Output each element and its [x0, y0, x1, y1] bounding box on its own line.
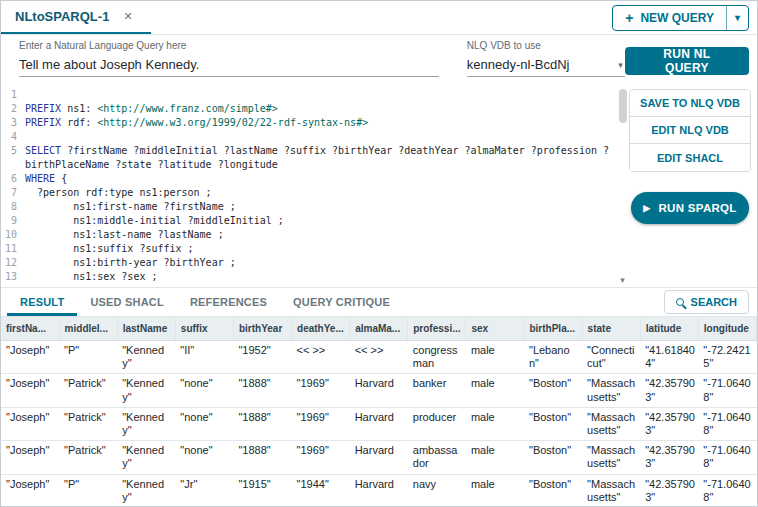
line-number: 13 — [1, 270, 25, 284]
column-header[interactable]: longitude — [698, 317, 756, 341]
run-nl-query-button[interactable]: RUN NL QUERY — [625, 47, 749, 75]
main-row: 1 2PREFIX ns1: <http://www.franz.com/sim… — [1, 85, 757, 287]
cell: "1888" — [233, 374, 291, 407]
cell: "42.357903" — [640, 374, 698, 407]
cell: "Boston" — [524, 374, 582, 407]
cell: "-71.06408" — [698, 474, 756, 507]
column-header[interactable]: firstNa... — [1, 317, 59, 341]
cell: << >> — [292, 341, 350, 374]
table-row[interactable]: "Joseph""Patrick""Kennedy""none""1888""1… — [1, 374, 757, 407]
cell: male — [466, 474, 524, 507]
column-header[interactable]: professi... — [408, 317, 466, 341]
results-table: firstNa...middleI...lastNamesuffixbirthY… — [1, 317, 757, 507]
tab-bar: NLtoSPARQL-1 ✕ + NEW QUERY ▾ — [1, 1, 757, 35]
editor-line: 6WHERE { — [1, 172, 615, 186]
editor-line: 9 ns1:middle-initial ?middleInitial ; — [1, 214, 615, 228]
tab-used-shacl[interactable]: USED SHACL — [77, 288, 177, 316]
column-header[interactable]: almaMa... — [350, 317, 408, 341]
cell: "1952" — [233, 341, 291, 374]
cell: "Kennedy" — [117, 341, 175, 374]
column-header[interactable]: lastName — [117, 317, 175, 341]
cell: "Joseph" — [1, 441, 59, 474]
table-row[interactable]: "Joseph""Patrick""Kennedy""none""1888""1… — [1, 407, 757, 440]
cell: "-71.06408" — [698, 374, 756, 407]
tab-result[interactable]: RESULT — [7, 288, 77, 316]
scrollbar-thumb[interactable] — [619, 89, 627, 123]
results-area: firstNa...middleI...lastNamesuffixbirthY… — [1, 317, 757, 507]
vdb-select[interactable]: kennedy-nl-BcdNj ▾ — [467, 54, 625, 77]
new-query-main[interactable]: + NEW QUERY — [613, 6, 726, 30]
edit-nlq-vdb-button[interactable]: EDIT NLQ VDB — [630, 117, 750, 144]
cell: "1969" — [292, 441, 350, 474]
cell: "42.357903" — [640, 474, 698, 507]
editor-line: 2PREFIX ns1: <http://www.franz.com/simpl… — [1, 102, 615, 116]
line-number: 2 — [1, 102, 25, 116]
new-query-button[interactable]: + NEW QUERY ▾ — [612, 5, 749, 31]
tab-references[interactable]: REFERENCES — [177, 288, 280, 316]
column-header[interactable]: latitude — [640, 317, 698, 341]
editor-line: 11 ns1:suffix ?suffix ; — [1, 242, 615, 256]
cell: "Patrick" — [59, 441, 117, 474]
cell: Harvard — [350, 441, 408, 474]
scroll-down-icon[interactable]: ▾ — [617, 275, 628, 285]
vdb-selected-value: kennedy-nl-BcdNj — [467, 57, 570, 72]
run-sparql-button[interactable]: ▶ RUN SPARQL — [631, 192, 749, 224]
tab-query-critique[interactable]: QUERY CRITIQUE — [280, 288, 403, 316]
edit-shacl-button[interactable]: EDIT SHACL — [630, 144, 750, 171]
cell: "Massachusetts" — [582, 374, 640, 407]
column-header[interactable]: middleI... — [59, 317, 117, 341]
cell: "Connecticut" — [582, 341, 640, 374]
table-row[interactable]: "Joseph""P""Kennedy""Jr""1915""1944"Harv… — [1, 474, 757, 507]
column-header[interactable]: birthYear — [233, 317, 291, 341]
nl-query-input[interactable] — [19, 54, 439, 77]
cell: "Kennedy" — [117, 474, 175, 507]
save-to-nlq-vdb-button[interactable]: SAVE TO NLQ VDB — [630, 90, 750, 117]
line-number: 9 — [1, 214, 25, 228]
play-icon: ▶ — [643, 203, 650, 213]
line-number: 12 — [1, 256, 25, 270]
cell: "Kennedy" — [117, 407, 175, 440]
column-header[interactable]: suffix — [175, 317, 233, 341]
line-number: 5 — [1, 144, 25, 172]
column-header[interactable]: sex — [466, 317, 524, 341]
run-sparql-label: RUN SPARQL — [659, 202, 737, 214]
sparql-editor[interactable]: 1 2PREFIX ns1: <http://www.franz.com/sim… — [1, 85, 629, 287]
cell: Harvard — [350, 407, 408, 440]
line-number: 1 — [1, 88, 25, 102]
cell: "Joseph" — [1, 474, 59, 507]
code-text: ns1:first-name ?firstName ; — [25, 200, 615, 214]
tab-nltosparql[interactable]: NLtoSPARQL-1 ✕ — [1, 1, 151, 34]
editor-line: 3PREFIX rdf: <http://www.w3.org/1999/02/… — [1, 116, 615, 130]
cell: "41.618404" — [640, 341, 698, 374]
column-header[interactable]: state — [582, 317, 640, 341]
table-row[interactable]: "Joseph""P""Kennedy""II""1952"<< >><< >>… — [1, 341, 757, 374]
tab-label: NLtoSPARQL-1 — [15, 9, 109, 24]
code-text: ?person rdf:type ns1:person ; — [25, 186, 615, 200]
column-header[interactable]: deathYe... — [292, 317, 350, 341]
table-row[interactable]: "Joseph""Patrick""Kennedy""none""1888""1… — [1, 441, 757, 474]
plus-icon: + — [625, 10, 633, 26]
close-tab-icon[interactable]: ✕ — [123, 10, 132, 23]
chevron-down-icon: ▾ — [618, 60, 623, 70]
editor-scrollbar[interactable]: ▾ — [617, 87, 628, 285]
cell: Harvard — [350, 374, 408, 407]
cell: producer — [408, 407, 466, 440]
search-button[interactable]: SEARCH — [664, 290, 749, 314]
cell: male — [466, 374, 524, 407]
line-number: 8 — [1, 200, 25, 214]
cell: "Lebanon" — [524, 341, 582, 374]
cell: male — [466, 407, 524, 440]
cell: "-72.24215" — [698, 341, 756, 374]
cell: congressman — [408, 341, 466, 374]
chevron-down-icon[interactable]: ▾ — [727, 6, 748, 30]
code-text: PREFIX ns1: <http://www.franz.com/simple… — [25, 102, 615, 116]
column-header[interactable]: birthPla... — [524, 317, 582, 341]
header-row: firstNa...middleI...lastNamesuffixbirthY… — [1, 317, 757, 341]
cell: "Patrick" — [59, 407, 117, 440]
line-number: 7 — [1, 186, 25, 200]
code-text: ns1:birth-year ?birthYear ; — [25, 256, 615, 270]
code-text: ns1:middle-initial ?middleInitial ; — [25, 214, 615, 228]
divider — [726, 6, 727, 30]
line-number: 11 — [1, 242, 25, 256]
line-number: 6 — [1, 172, 25, 186]
